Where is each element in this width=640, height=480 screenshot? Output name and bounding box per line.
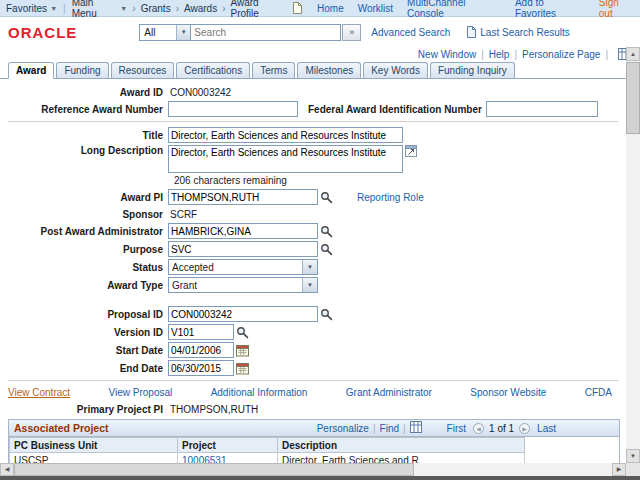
search-scope-select[interactable]: All ▼: [139, 24, 191, 41]
federal-award-id-label: Federal Award Identification Number: [298, 104, 486, 115]
award-type-row: Award Type Grant ▼: [8, 277, 626, 293]
find-link[interactable]: Find: [380, 423, 399, 434]
personalize-link[interactable]: Personalize: [317, 423, 369, 434]
horizontal-scrollbar[interactable]: ◀ ▶: [0, 463, 626, 476]
tab-key-words[interactable]: Key Words: [363, 62, 428, 78]
advanced-search-link[interactable]: Advanced Search: [371, 27, 450, 38]
primary-project-pi-label: Primary Project PI: [8, 404, 168, 415]
download-grid-icon[interactable]: [410, 421, 422, 435]
federal-award-id-input[interactable]: [486, 101, 598, 117]
multichannel-console-link[interactable]: MultiChannel Console: [407, 0, 501, 19]
global-search: All ▼ » Advanced Search Last Search Resu…: [139, 24, 569, 41]
chevron-down-icon: ▼: [302, 260, 317, 274]
add-to-favorites-link[interactable]: Add to Favorites: [515, 0, 585, 19]
award-type-select[interactable]: Grant ▼: [168, 277, 318, 293]
lookup-icon[interactable]: [320, 308, 333, 321]
scroll-right-icon[interactable]: ▶: [612, 463, 626, 476]
version-id-input[interactable]: [168, 324, 234, 340]
divider: |: [373, 423, 376, 434]
lookup-icon[interactable]: [320, 243, 333, 256]
post-award-admin-input[interactable]: [168, 223, 318, 239]
status-label: Status: [8, 262, 168, 273]
view-contract-link[interactable]: View Contract: [8, 387, 70, 398]
utility-links: Home Worklist MultiChannel Console Add t…: [303, 0, 634, 19]
view-proposal-link[interactable]: View Proposal: [108, 387, 172, 398]
award-pi-input[interactable]: [168, 189, 318, 205]
calendar-icon[interactable]: [236, 362, 249, 375]
pager-count: 1 of 1: [489, 423, 514, 434]
personalize-page-link[interactable]: Personalize Page: [522, 49, 600, 60]
pager-prev-icon[interactable]: ◀: [473, 423, 484, 434]
nav-divider: |: [63, 3, 66, 14]
tab-milestones[interactable]: Milestones: [297, 62, 361, 78]
worklist-link[interactable]: Worklist: [358, 3, 393, 14]
scroll-up-icon[interactable]: ▲: [626, 47, 640, 61]
scroll-down-icon[interactable]: ▼: [626, 449, 640, 463]
purpose-input[interactable]: [168, 241, 318, 257]
reference-federal-row: Reference Award Number Federal Award Ide…: [8, 101, 626, 117]
grant-administrator-link[interactable]: Grant Administrator: [346, 387, 432, 398]
tab-funding-inquiry[interactable]: Funding Inquiry: [430, 62, 515, 78]
tab-terms[interactable]: Terms: [252, 62, 295, 78]
associated-project-title: Associated Project: [14, 422, 109, 434]
lookup-icon[interactable]: [320, 225, 333, 238]
award-type-value: Grant: [169, 280, 302, 291]
page-tabs: Award Funding Resources Certifications T…: [0, 61, 626, 79]
sponsor-website-link[interactable]: Sponsor Website: [470, 387, 546, 398]
long-description-textarea[interactable]: Director, Earth Sciences and Resources I…: [168, 145, 403, 173]
last-search-results-icon: [466, 26, 477, 38]
end-date-input[interactable]: [168, 360, 234, 376]
home-link[interactable]: Home: [317, 3, 344, 14]
column-header-project[interactable]: Project: [178, 438, 278, 453]
calendar-icon[interactable]: [236, 344, 249, 357]
reference-award-number-label: Reference Award Number: [8, 104, 168, 115]
search-go-button[interactable]: »: [342, 24, 361, 41]
status-select[interactable]: Accepted ▼: [168, 259, 318, 275]
title-row: Title: [8, 127, 626, 143]
pager-next-icon[interactable]: ▶: [519, 423, 530, 434]
expand-icon[interactable]: [405, 145, 417, 157]
vertical-scrollbar[interactable]: ▲ ▼: [626, 47, 640, 463]
sign-out-link[interactable]: Sign out: [599, 0, 634, 19]
title-input[interactable]: [168, 127, 403, 143]
cfda-link[interactable]: CFDA: [585, 387, 612, 398]
page-icon: [292, 2, 303, 14]
pager-first-link[interactable]: First: [447, 423, 466, 434]
breadcrumb-grants[interactable]: Grants: [141, 3, 171, 14]
scroll-left-icon[interactable]: ◀: [0, 463, 14, 476]
title-label: Title: [8, 130, 168, 141]
tab-award[interactable]: Award: [8, 62, 54, 79]
reporting-role-link[interactable]: Reporting Role: [357, 192, 424, 203]
award-id-value: CON0003242: [168, 87, 231, 98]
lookup-icon[interactable]: [320, 191, 333, 204]
purpose-label: Purpose: [8, 244, 168, 255]
vertical-scrollbar-thumb[interactable]: [626, 62, 640, 134]
pager-last-link[interactable]: Last: [537, 423, 556, 434]
breadcrumb-awards[interactable]: Awards: [184, 3, 217, 14]
last-search-results-link[interactable]: Last Search Results: [480, 27, 570, 38]
proposal-id-input[interactable]: [168, 306, 318, 322]
tab-funding[interactable]: Funding: [56, 62, 108, 78]
tab-resources[interactable]: Resources: [111, 62, 175, 78]
start-date-input[interactable]: [168, 342, 234, 358]
long-description-row: Long Description Director, Earth Science…: [8, 145, 626, 173]
help-link[interactable]: Help: [489, 49, 510, 60]
window-edge: [0, 476, 640, 480]
breadcrumb-award-profile[interactable]: Award Profile: [231, 0, 287, 19]
favorites-menu[interactable]: Favorites ▼: [6, 3, 57, 14]
reference-award-number-input[interactable]: [168, 101, 298, 117]
column-header-description[interactable]: Description: [278, 438, 525, 453]
column-header-pc-business-unit[interactable]: PC Business Unit: [10, 438, 178, 453]
start-date-label: Start Date: [8, 345, 168, 356]
tab-certifications[interactable]: Certifications: [176, 62, 250, 78]
award-profile-page: Favorites ▼ | Main Menu ▼ › Grants › Awa…: [0, 0, 640, 480]
related-links-row: View Contract View Proposal Additional I…: [8, 387, 612, 398]
breadcrumb: Favorites ▼ | Main Menu ▼ › Grants › Awa…: [6, 0, 303, 19]
additional-information-link[interactable]: Additional Information: [211, 387, 308, 398]
main-menu[interactable]: Main Menu ▼: [72, 0, 128, 19]
search-input[interactable]: [191, 24, 341, 41]
lookup-icon[interactable]: [236, 326, 249, 339]
new-window-link[interactable]: New Window: [418, 49, 476, 60]
horizontal-scrollbar-thumb[interactable]: [14, 463, 414, 476]
award-pi-label: Award PI: [8, 192, 168, 203]
